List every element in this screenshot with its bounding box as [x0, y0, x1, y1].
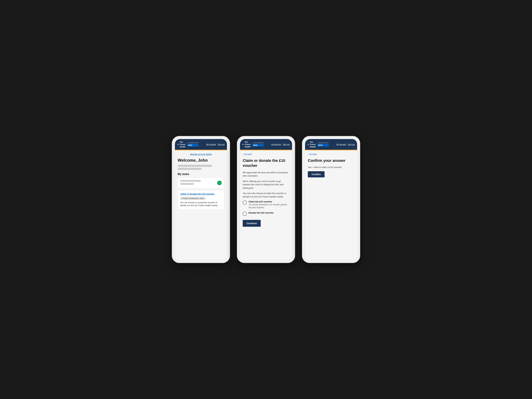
logo-plus-2: +: [242, 143, 244, 146]
radio-donate-label: Donate the £10 voucher: [248, 211, 274, 214]
screen3-heading: Confirm your answer: [308, 158, 354, 163]
phone-1: + Our Future Health In partnership with …: [172, 136, 230, 263]
go-back-label-2: Go back: [244, 153, 252, 156]
screen2-para2: We're offering you a £10 voucher to go t…: [243, 180, 289, 190]
my-account-link-1[interactable]: My account: [206, 143, 216, 146]
continue-button[interactable]: Continue: [243, 220, 261, 227]
manage-account-link[interactable]: Manage account details: [178, 153, 224, 156]
screen2-content: ‹ Go back Claim or donate the £10 vouche…: [240, 150, 292, 260]
logo-text-2: Our Future Health: [245, 141, 251, 148]
tasks-heading: My tasks: [178, 173, 224, 176]
radio-claim-content: Claim the £10 voucher You will be direct…: [248, 200, 289, 209]
task-card-1-top: ✓: [180, 180, 222, 186]
logo-2: + Our Future Health: [242, 141, 251, 148]
confirm-text: Yes, I want to claim a £10 voucher.: [308, 166, 354, 169]
chevron-left-icon-3: ‹: [308, 153, 309, 156]
skeleton-2: [178, 168, 202, 170]
radio-option-claim[interactable]: Claim the £10 voucher You will be direct…: [243, 200, 289, 209]
arrow-right-icon[interactable]: →: [218, 203, 222, 207]
header-nav-1: My account Sign out: [206, 143, 225, 146]
phone-3-screen: + Our Future Health In partnership with …: [305, 139, 357, 260]
logo-plus-1: +: [177, 143, 179, 146]
logo-text-1: Our Future Health: [180, 141, 185, 148]
radio-claim-label: Claim the £10 voucher: [248, 200, 289, 203]
radio-claim-circle[interactable]: [243, 201, 247, 205]
task-card-1: ✓: [178, 177, 224, 188]
days-badge: 14 days remaining to claim: [180, 197, 205, 200]
phone-1-screen: + Our Future Health In partnership with …: [175, 139, 227, 260]
sign-out-link-3[interactable]: Sign out: [348, 143, 355, 146]
partnership-3: In partnership with NHS: [317, 142, 329, 146]
partnership-text-3: In partnership with: [317, 142, 329, 144]
partnership-text-1: In partnership with: [187, 142, 198, 144]
screen3-content: ‹ Go back Confirm your answer Yes, I wan…: [305, 150, 357, 260]
task-skel-1a: [180, 180, 201, 182]
screen2-heading: Claim or donate the £10 voucher: [243, 158, 289, 168]
sign-out-link-1[interactable]: Sign out: [218, 143, 225, 146]
go-back-2[interactable]: ‹ Go back: [243, 153, 289, 156]
task-skel-1b: [180, 183, 194, 185]
voucher-task-link[interactable]: Claim or donate the £10 voucher: [180, 193, 222, 195]
logo-1: + Our Future Health: [177, 141, 185, 148]
welcome-heading: Welcome, John: [178, 158, 224, 163]
my-account-link-2[interactable]: My account: [271, 143, 281, 146]
screen1-content: Manage account details Welcome, John My …: [175, 150, 227, 260]
skeleton-1: [178, 165, 212, 167]
go-back-label-3: Go back: [309, 153, 317, 156]
my-account-link-3[interactable]: My account: [336, 143, 346, 146]
nhs-badge-3: NHS: [317, 144, 329, 146]
radio-donate-circle[interactable]: [243, 212, 247, 216]
confirm-button[interactable]: Confirm: [308, 171, 325, 177]
header-1: + Our Future Health In partnership with …: [175, 139, 227, 150]
task-skeletons-1: [180, 180, 217, 186]
radio-option-donate[interactable]: Donate the £10 voucher: [243, 211, 289, 216]
header-2: + Our Future Health In partnership with …: [240, 139, 292, 150]
phones-container: + Our Future Health In partnership with …: [172, 136, 360, 263]
sign-out-link-2[interactable]: Sign out: [283, 143, 290, 146]
task-desc: You can choose to accept the voucher or …: [180, 201, 218, 207]
screen2-para3: You can now choose to claim the voucher …: [243, 192, 289, 198]
chevron-left-icon-2: ‹: [243, 153, 243, 156]
task-card-2[interactable]: Claim or donate the £10 voucher 14 days …: [178, 190, 224, 210]
header-nav-2: My account Sign out: [271, 143, 290, 146]
logo-text-3: Our Future Health: [310, 141, 316, 148]
phone-2: + Our Future Health In partnership with …: [237, 136, 295, 263]
logo-plus-3: +: [307, 143, 309, 146]
partnership-1: In partnership with NHS: [187, 142, 198, 146]
nhs-badge-2: NHS: [252, 144, 263, 146]
check-icon-1: ✓: [217, 181, 222, 185]
phone-2-screen: + Our Future Health In partnership with …: [240, 139, 292, 260]
nhs-badge-1: NHS: [187, 144, 198, 146]
screen2-para1: We appreciate the time and effort of eve…: [243, 171, 289, 177]
partnership-text-2: In partnership with: [252, 142, 263, 144]
partnership-2: In partnership with NHS: [252, 142, 263, 146]
header-3: + Our Future Health In partnership with …: [305, 139, 357, 150]
header-nav-3: My account Sign out: [336, 143, 355, 146]
radio-claim-sublabel: You will be directed to our voucher part…: [248, 203, 289, 209]
radio-donate-content: Donate the £10 voucher: [248, 211, 274, 214]
logo-3: + Our Future Health: [307, 141, 316, 148]
phone-3: + Our Future Health In partnership with …: [302, 136, 360, 263]
go-back-3[interactable]: ‹ Go back: [308, 153, 354, 156]
